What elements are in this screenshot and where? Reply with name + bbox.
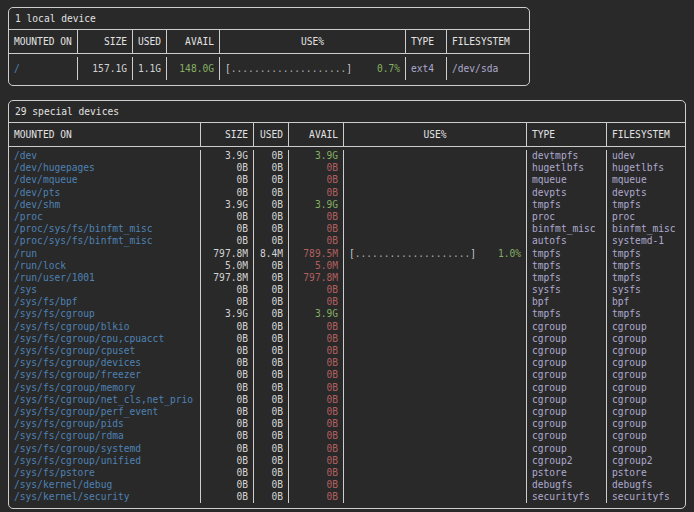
type-value: cgroup [527,345,607,357]
mounted-on-value: /dev/pts [9,187,201,199]
used-value: 0B [254,272,289,284]
type-value: tmpfs [527,272,607,284]
filesystem-value: udev [607,150,685,162]
table-row: /sys/fs/cgroup/unified0B0B0Bcgroup2cgrou… [9,455,685,467]
filesystem-value: cgroup [607,418,685,430]
used-value: 0B [254,235,289,247]
usage-percent: 1.0% [498,248,521,260]
filesystem-value: /dev/sda [447,57,529,80]
use-pct-cell [344,406,527,418]
used-value: 0B [254,199,289,211]
filesystem-value: hugetlbfs [607,162,685,174]
size-value: 3.9G [201,308,254,320]
column-header-used: USED [254,123,289,146]
size-value: 0B [201,394,254,406]
table-row: /sys/kernel/security0B0B0Bsecurityfssecu… [9,491,685,503]
mounted-on-value: /sys/fs/pstore [9,467,201,479]
use-pct-cell [344,491,527,503]
used-value: 0B [254,162,289,174]
table-row: /sys/kernel/debug0B0B0Bdebugfsdebugfs [9,479,685,491]
special-devices-table: 29 special devices MOUNTED ON SIZE USED … [8,100,686,509]
mounted-on-value: /dev/mqueue [9,174,201,186]
table-row: /run/lock5.0M0B5.0Mtmpfstmpfs [9,260,685,272]
filesystem-value: tmpfs [607,308,685,320]
size-value: 0B [201,369,254,381]
avail-value: 789.5M [289,248,344,260]
filesystem-value: bpf [607,296,685,308]
table-row: /sys/fs/cgroup/devices0B0B0Bcgroupcgroup [9,357,685,369]
size-value: 0B [201,174,254,186]
filesystem-value: mqueue [607,174,685,186]
used-value: 0B [254,418,289,430]
type-value: cgroup [527,357,607,369]
use-pct-cell [344,308,527,320]
size-value: 0B [201,406,254,418]
filesystem-value: cgroup [607,333,685,345]
use-pct-cell [344,467,527,479]
used-value: 1.1G [133,57,167,80]
type-value: debugfs [527,479,607,491]
filesystem-value: debugfs [607,479,685,491]
used-value: 0B [254,443,289,455]
avail-value: 0B [289,455,344,467]
used-value: 0B [254,223,289,235]
avail-value: 0B [289,174,344,186]
column-header-type: TYPE [527,123,607,146]
table-row: /proc/sys/fs/binfmt_misc0B0B0Bbinfmt_mis… [9,223,685,235]
avail-value: 0B [289,394,344,406]
avail-value: 0B [289,162,344,174]
use-pct-cell [344,296,527,308]
use-pct-cell [344,321,527,333]
filesystem-value: cgroup [607,369,685,381]
type-value: autofs [527,235,607,247]
mounted-on-value: /sys/fs/cgroup/cpu,cpuacct [9,333,201,345]
size-value: 0B [201,345,254,357]
table-row: /sys/fs/pstore0B0B0Bpstorepstore [9,467,685,479]
filesystem-value: binfmt_misc [607,223,685,235]
filesystem-value: tmpfs [607,272,685,284]
used-value: 0B [254,394,289,406]
used-value: 0B [254,284,289,296]
column-header-use-pct: USE% [344,123,527,146]
type-value: hugetlbfs [527,162,607,174]
mounted-on-value: /sys/fs/cgroup/net_cls,net_prio [9,394,201,406]
mounted-on-value: /dev [9,150,201,162]
filesystem-value: cgroup [607,443,685,455]
table-row: /dev/mqueue0B0B0Bmqueuemqueue [9,174,685,186]
filesystem-value: cgroup [607,321,685,333]
use-pct-cell [344,443,527,455]
type-value: ext4 [406,57,447,80]
used-value: 0B [254,455,289,467]
size-value: 0B [201,296,254,308]
type-value: binfmt_misc [527,223,607,235]
mounted-on-value: /run/lock [9,260,201,272]
filesystem-value: proc [607,211,685,223]
use-pct-cell: [....................]1.0% [344,248,527,260]
mounted-on-value: /proc/sys/fs/binfmt_misc [9,223,201,235]
avail-value: 0B [289,235,344,247]
table-row: /dev3.9G0B3.9Gdevtmpfsudev [9,150,685,162]
use-pct-cell [344,260,527,272]
size-value: 3.9G [201,199,254,211]
avail-value: 3.9G [289,199,344,211]
local-devices-table-header: MOUNTED ON SIZE USED AVAIL USE% TYPE FIL… [9,30,529,54]
size-value: 0B [201,418,254,430]
filesystem-value: cgroup [607,357,685,369]
type-value: proc [527,211,607,223]
size-value: 0B [201,357,254,369]
table-row: /157.1G1.1G148.0G[....................]0… [9,57,529,80]
mounted-on-value: /sys/fs/cgroup/pids [9,418,201,430]
table-row: /sys/fs/cgroup/blkio0B0B0Bcgroupcgroup [9,321,685,333]
size-value: 0B [201,382,254,394]
avail-value: 0B [289,223,344,235]
column-header-mounted-on: MOUNTED ON [9,123,201,146]
type-value: bpf [527,296,607,308]
table-row: /dev/shm3.9G0B3.9Gtmpfstmpfs [9,199,685,211]
size-value: 0B [201,479,254,491]
table-row: /sys/fs/cgroup/perf_event0B0B0Bcgroupcgr… [9,406,685,418]
use-pct-cell [344,369,527,381]
used-value: 0B [254,296,289,308]
column-header-avail: AVAIL [289,123,344,146]
mounted-on-value: /sys/fs/cgroup/cpuset [9,345,201,357]
used-value: 8.4M [254,248,289,260]
